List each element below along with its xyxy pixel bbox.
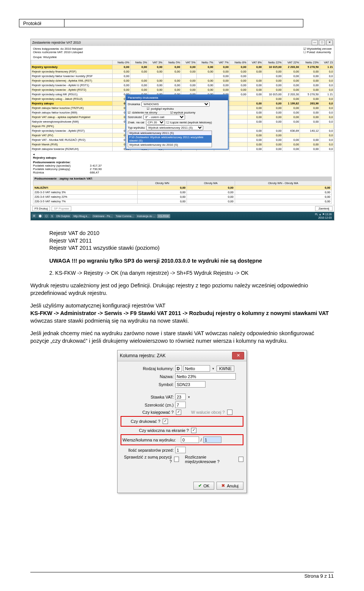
sprawdzic-label: Sprawdzić z sumą pozycji ? — [121, 455, 172, 464]
ekran-checkbox[interactable]: ✓ — [191, 428, 196, 433]
symbol-label: Symbol: — [121, 382, 174, 387]
ekran-label: Czy widoczna na ekranie ? — [136, 428, 189, 433]
wiersz-input-2[interactable] — [203, 437, 221, 443]
vat-period-label: Okres rozliczenia VAT: 2010 Listopad — [33, 50, 83, 54]
rodzaj-code-input[interactable] — [175, 365, 182, 372]
chk-landscape[interactable]: wydruk poziomy — [174, 111, 195, 114]
printer-select[interactable]: WINDOWS — [141, 102, 210, 107]
print-type-select[interactable]: Wydruk wielowierszowy 2011 (S) — [146, 125, 203, 130]
dropdown-item-2[interactable]: Wydruk wielowierszowy do 2010 (S) — [128, 143, 212, 147]
bottom-bar: F5 Drukuj SP Popraw Zamknij — [31, 205, 334, 212]
body-text: Rejestr VAT do 2010 Rejestr VAT 2011 Rej… — [49, 230, 334, 345]
szer-label: Szerokość (zn.) — [121, 403, 174, 407]
waluta-label: W walucie obcej ? — [191, 410, 225, 414]
chk-show-zero-label: Wyświetlaj zerowe — [307, 47, 332, 50]
chk-preview[interactable]: podgląd wydruku — [151, 107, 174, 110]
szer-input[interactable] — [175, 402, 186, 408]
header-empty — [64, 19, 303, 27]
uwaga-line: UWAGA !!! po wgraniu tylko SP3 do wersji… — [49, 257, 334, 265]
chk-split-pages[interactable]: dzielenie na strony — [132, 111, 157, 114]
cpi-label: Znak. na cal — [128, 121, 144, 124]
taskbar: ⊞⬤🖵SDN Dolphinhttp://ibug.k...Odebrane -… — [31, 212, 334, 220]
rodzaj-label: Rodzaj kolumny: — [121, 366, 174, 371]
wiersz-input-1[interactable] — [181, 437, 199, 443]
dropdown-item-1[interactable]: F10 Zestawien Wydruk wielowierszowy 2011… — [128, 135, 212, 143]
header-tab: Protokół — [19, 19, 334, 27]
stawka-dropdown-icon[interactable]: ▾ — [187, 395, 191, 399]
close-button[interactable]: Zamknij — [315, 206, 333, 211]
f5-print-button[interactable]: F5 Drukuj — [32, 206, 50, 211]
paragraph-1: Wydruk rejestru uzależniony jest od jego… — [30, 282, 334, 297]
paragraph-3: Jeśli jednak chcemy mieć na wydruku zaró… — [30, 330, 334, 345]
dropdown-item-0[interactable]: Wydruk wielowierszowy 2011 (S) — [128, 131, 212, 135]
min-icon[interactable]: — — [312, 40, 318, 45]
line-vat-2011: Rejestr VAT 2011 — [49, 237, 334, 245]
summary-heading: Rejestry zakupu — [33, 156, 56, 159]
print-dialog-title: Parametry drukowania — [126, 95, 228, 100]
rodzaj-text-input[interactable] — [184, 365, 210, 372]
dlg2-close-icon[interactable]: ✕ — [232, 352, 244, 359]
line-vat-2010: Rejestr VAT do 2010 — [49, 230, 334, 237]
top-left-info: Okres księgowania: do 2010 listopad Okre… — [33, 47, 83, 59]
item-2-text: KS-FKW -> Rejestry -> OK (na danym rejes… — [55, 270, 249, 276]
ksiegowac-checkbox[interactable]: ✓ — [176, 410, 181, 415]
period-label: Okres księgowania: do 2010 listopad — [33, 47, 83, 50]
column-dialog: Kolumna rejestru: ZAK ✕ Rodzaj kolumny: … — [117, 350, 247, 493]
chk-textframe[interactable]: Łącze ramki (wydruk tekstowy) — [171, 121, 212, 124]
width-label: Szerokość — [128, 115, 142, 119]
stawka-input[interactable] — [175, 394, 186, 400]
print-type-dropdown[interactable]: Wydruk wielowierszowy 2011 (S) F10 Zesta… — [128, 131, 212, 147]
highlight-wiersz: Wiersz/kolumna na wydruku: / — [121, 434, 243, 445]
cancel-icon: ✖ — [221, 483, 225, 488]
sp-edit-button: SP Popraw — [52, 206, 71, 211]
summary-block: ◂ Rejestry zakupu Podsumowanie rejestrów… — [31, 151, 334, 205]
close-icon[interactable]: ✕ — [326, 40, 333, 45]
waluta-checkbox — [227, 410, 232, 415]
width-select[interactable]: 8" - osiem cali — [143, 115, 185, 120]
numbered-item-2: 2. KS-FKW -> Rejestry -> OK (na danym re… — [49, 270, 334, 276]
rozlicz-checkbox[interactable] — [238, 457, 243, 462]
stawka-label: Stawka VAT: — [121, 395, 174, 399]
page-footer: Strona 9 z 11 — [30, 572, 334, 579]
drukowac-checkbox[interactable]: ✓ — [163, 419, 168, 424]
rozlicz-label: Rozliczanie międzyokresowe ? — [185, 455, 236, 464]
symbol-input[interactable] — [175, 381, 206, 388]
highlight-drukowac: Czy drukować ? ✓ — [121, 416, 243, 427]
screenshot-vat-register: Zestawienie rejestrów VAT 2010 — □ ✕ Okr… — [30, 39, 334, 221]
rodzaj-dropdown-icon[interactable]: ▾ — [212, 367, 215, 370]
ksiegowac-label: Czy księgować ? — [136, 410, 174, 414]
kwne-badge: KWNE — [217, 366, 234, 372]
wiersz-label: Wiersz/kolumna na wydruku: — [122, 438, 179, 442]
window-titlebar: Zestawienie rejestrów VAT 2010 — □ ✕ — [31, 39, 334, 46]
sep-input[interactable] — [175, 447, 186, 453]
nazwa-input[interactable] — [175, 373, 236, 380]
sprawdzic-checkbox[interactable] — [174, 457, 179, 462]
chk-show-zero[interactable]: ☑ Wyświetlaj zerowe — [303, 47, 332, 50]
window-title: Zestawienie rejestrów VAT 2010 — [32, 41, 81, 44]
printer-label: Drukarka — [128, 102, 140, 106]
cpi-select[interactable]: CPI 20 — [146, 120, 165, 125]
item-number: 2. — [49, 270, 54, 276]
summary-darkbar: Podsumowanie - zapisy na kontach VAT: — [35, 177, 93, 180]
chk-show-docs-label: Pokaż dokumenty — [307, 50, 331, 54]
summary-title: Podsumowanie rejestrów: — [33, 161, 71, 164]
window-buttons: — □ ✕ — [311, 40, 333, 45]
chk-show-docs[interactable]: ☐ Pokaż dokumenty — [303, 50, 332, 54]
line-vat-2011-all: Rejestr VAT 2011 wszystkie stawki (pozio… — [49, 244, 334, 252]
print-params-dialog: Parametry drukowania Drukarka WINDOWS ☑ … — [126, 95, 229, 150]
dlg2-title: Kolumna rejestru: ZAK — [120, 353, 166, 358]
summary-grid: Obroty WNObroty MAObroty WN - Obroty MAN… — [33, 181, 332, 204]
top-right-checks: ☑ Wyświetlaj zerowe ☐ Pokaż dokumenty — [303, 47, 332, 59]
wiersz-sep: / — [201, 438, 202, 442]
max-icon[interactable]: □ — [319, 40, 325, 45]
drukowac-label: Czy drukować ? — [122, 419, 160, 424]
paragraph-2: Jeśli użyliśmy automatycznej konfiguracj… — [30, 302, 334, 325]
print-type-label: Typ wydruku — [128, 126, 145, 129]
ok-icon: ✔ — [198, 483, 202, 488]
ok-button[interactable]: ✔OK — [193, 482, 215, 490]
sep-label: Ilość separatorów przed: — [121, 448, 174, 452]
cancel-button[interactable]: ✖Anuluj — [217, 482, 243, 490]
group-label: Grupa: Wszystkie — [33, 55, 83, 59]
header-label: Protokół — [19, 19, 64, 27]
nazwa-label: Nazwa: — [121, 374, 174, 379]
